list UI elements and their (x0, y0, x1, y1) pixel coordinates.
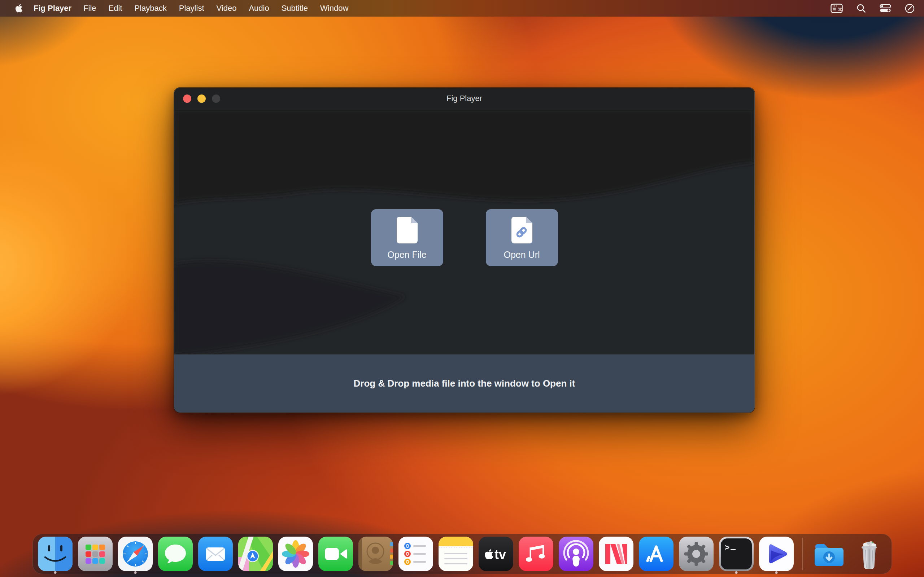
downloads-folder-icon (812, 537, 846, 571)
dock-item-downloads[interactable] (812, 537, 846, 571)
open-url-label: Open Url (504, 250, 540, 260)
maps-icon (238, 537, 273, 571)
running-indicator (775, 571, 777, 574)
reminders-icon (399, 537, 433, 571)
minimize-button[interactable] (197, 95, 206, 103)
dock-item-terminal[interactable]: > (719, 537, 754, 571)
desktop-wallpaper: Fig Player File Edit Playback Playlist V… (0, 0, 924, 577)
photos-icon (278, 537, 313, 571)
window-content: Open File Open Url (174, 109, 754, 355)
clock-icon[interactable] (905, 3, 914, 13)
running-indicator (134, 571, 136, 574)
app-store-icon (639, 537, 674, 571)
messages-icon (158, 537, 193, 571)
control-center-icon[interactable] (880, 4, 891, 13)
dock-item-music[interactable] (519, 537, 553, 571)
dock-item-mail[interactable] (198, 537, 233, 571)
keyboard-input-icon[interactable]: ⌘ (830, 3, 843, 13)
mail-icon (198, 537, 233, 571)
menu-subtitle[interactable]: Subtitle (275, 0, 314, 16)
dock-item-system-settings[interactable] (679, 537, 714, 571)
dock-item-photos[interactable] (278, 537, 313, 571)
dock-panel: tv (32, 534, 892, 574)
dock-item-messages[interactable] (158, 537, 193, 571)
svg-text:tv: tv (494, 547, 506, 562)
dock-item-fig-player[interactable] (759, 537, 794, 571)
svg-text:⌘: ⌘ (837, 7, 842, 12)
dock-separator (802, 538, 803, 570)
window-footer: Drog & Drop media file into the window t… (174, 355, 754, 412)
open-actions: Open File Open Url (371, 209, 558, 266)
menu-audio[interactable]: Audio (242, 0, 275, 16)
open-file-label: Open File (387, 250, 426, 260)
dock-item-notes[interactable] (439, 537, 473, 571)
dock-item-app-store[interactable] (639, 537, 674, 571)
traffic-lights (183, 95, 220, 103)
contacts-icon (359, 537, 393, 571)
dock-item-reminders[interactable] (399, 537, 433, 571)
running-indicator (735, 571, 737, 574)
dock-item-trash[interactable] (852, 537, 887, 571)
trash-icon (852, 537, 887, 571)
safari-icon (118, 537, 153, 571)
window-titlebar[interactable]: Fig Player (174, 88, 754, 109)
fig-player-icon (759, 537, 794, 571)
dock-item-podcasts[interactable] (559, 537, 593, 571)
apple-icon (15, 3, 23, 13)
fig-player-window: Fig Player Open File (174, 88, 755, 413)
launchpad-icon (78, 537, 113, 571)
dock-item-safari[interactable] (118, 537, 153, 571)
menu-playlist[interactable]: Playlist (173, 0, 210, 16)
facetime-icon (318, 537, 353, 571)
dock-item-news[interactable] (599, 537, 633, 571)
music-icon (519, 537, 553, 571)
news-icon (599, 537, 633, 571)
menu-list: Fig Player File Edit Playback Playlist V… (23, 0, 354, 16)
apple-menu[interactable] (15, 3, 23, 13)
document-icon (396, 216, 419, 244)
podcasts-icon (559, 537, 593, 571)
menu-playback[interactable]: Playback (129, 0, 173, 16)
notes-icon (439, 537, 473, 571)
zoom-button-disabled[interactable] (212, 95, 220, 103)
dock-item-facetime[interactable] (318, 537, 353, 571)
dock: tv (0, 534, 924, 574)
menu-video[interactable]: Video (210, 0, 243, 16)
window-title: Fig Player (174, 88, 754, 109)
close-button[interactable] (183, 95, 191, 103)
dock-item-maps[interactable] (238, 537, 273, 571)
apple-tv-icon: tv (478, 537, 513, 571)
open-url-button[interactable]: Open Url (486, 209, 558, 266)
menu-bar: Fig Player File Edit Playback Playlist V… (0, 0, 924, 16)
dock-item-finder[interactable] (38, 537, 73, 571)
dock-item-contacts[interactable] (359, 537, 393, 571)
menu-edit[interactable]: Edit (102, 0, 129, 16)
dock-item-launchpad[interactable] (78, 537, 113, 571)
search-icon[interactable] (856, 3, 866, 13)
document-link-icon (510, 216, 533, 244)
svg-text:>: > (724, 543, 729, 553)
menu-bar-status-area: ⌘ (830, 3, 914, 13)
menu-app-name[interactable]: Fig Player (28, 0, 77, 16)
terminal-icon: > (719, 537, 754, 571)
finder-icon (38, 537, 73, 571)
menu-file[interactable]: File (77, 0, 102, 16)
dock-item-apple-tv[interactable]: tv (478, 537, 513, 571)
open-file-button[interactable]: Open File (371, 209, 443, 266)
system-settings-icon (679, 537, 714, 571)
menu-window[interactable]: Window (314, 0, 354, 16)
running-indicator (54, 571, 56, 574)
drag-drop-hint: Drog & Drop media file into the window t… (354, 378, 575, 389)
